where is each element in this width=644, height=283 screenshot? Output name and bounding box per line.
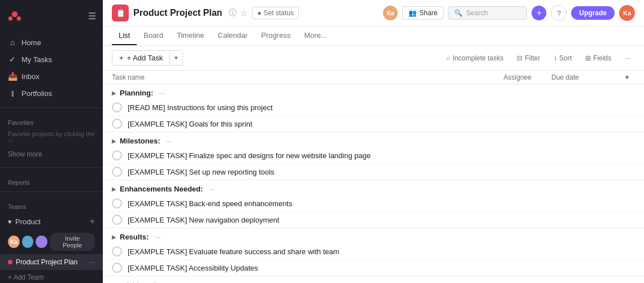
task-checkbox-icon[interactable] [112,150,122,160]
share-icon: 👥 [408,9,417,17]
task-row[interactable]: [EXAMPLE TASK] Goals for this sprint [103,116,644,132]
search-box[interactable]: 🔍 Search [448,6,527,20]
tab-calendar[interactable]: Calendar [211,27,255,45]
search-icon: 🔍 [454,9,463,17]
help-icon[interactable]: ? [551,5,567,21]
add-task-button-group: + + Add Task ▾ [112,50,183,66]
team-arrow-icon: ▾ [8,217,12,226]
sidebar-item-home[interactable]: ⌂ Home [0,34,103,51]
section-results-title: Results: [120,233,149,241]
filter-button[interactable]: ⊟ Filter [512,52,545,64]
sidebar: ☰ ⌂ Home ✓ My Tasks 📥 Inbox ⫿ Portfolios… [0,0,103,283]
set-status-dot-icon: ● [257,9,261,17]
sidebar-item-home-label: Home [21,38,41,47]
share-button[interactable]: 👥 Share [402,6,443,20]
add-section-row[interactable]: + + Add section [103,276,644,283]
section-planning-more-icon[interactable]: ··· [159,89,165,97]
teams-section-label: Teams [0,195,103,212]
tab-progress[interactable]: Progress [254,27,297,45]
task-row[interactable]: [EXAMPLE TASK] Evaluate feature success … [103,243,644,260]
sidebar-project-item-product-plan[interactable]: Product Project Plan ··· [0,254,103,270]
task-name-cell: [EXAMPLE TASK] Set up new reporting tool… [128,168,499,176]
section-planning-header[interactable]: ▶ Planning: ··· [103,84,644,99]
user-avatar-top-right[interactable]: Ka [619,5,635,21]
tab-board[interactable]: Board [137,27,170,45]
more-options-button[interactable]: ··· [620,52,635,64]
section-planning-title: Planning: [120,89,153,97]
sort-button[interactable]: ↕ Sort [549,52,576,64]
add-team-link[interactable]: + Add Team [0,270,103,283]
task-row[interactable]: [EXAMPLE TASK] New navigation deployment [103,212,644,228]
task-name-cell: [EXAMPLE TASK] Finalize spec and designs… [128,151,499,160]
col-header-due-date: Due date [551,73,619,81]
incomplete-tasks-button[interactable]: ○ Incomplete tasks [442,52,508,64]
team-add-icon[interactable]: + [90,216,95,227]
tab-bar: List Board Timeline Calendar Progress Mo… [103,27,644,46]
section-enhancements-header[interactable]: ▶ Enhancements Needed: ··· [103,180,644,195]
task-checkbox-icon[interactable] [112,102,122,112]
section-enhancements-more-icon[interactable]: ··· [208,185,215,193]
fields-button[interactable]: ⊞ Fields [581,52,616,64]
header: 📋 Product Project Plan ⓘ ☆ ● Set status … [103,0,644,27]
section-results-header[interactable]: ▶ Results: ··· [103,228,644,243]
task-table: Task name Assignee Due date + ▶ Planning… [103,71,644,283]
task-checkbox-icon[interactable] [112,263,122,273]
show-more-link[interactable]: Show more [0,149,103,164]
invite-people-button[interactable]: Invite People [50,233,95,251]
sidebar-item-my-tasks[interactable]: ✓ My Tasks [0,51,103,68]
task-name-link[interactable]: this [221,120,232,128]
add-task-caret-button[interactable]: ▾ [169,51,182,64]
add-task-main-button[interactable]: + + Add Task [112,51,169,65]
sidebar-collapse-icon[interactable]: ☰ [88,11,96,21]
star-icon[interactable]: ☆ [240,8,247,18]
svg-point-2 [17,16,21,20]
task-name-cell: [EXAMPLE TASK] Back-end speed enhancemen… [128,199,499,208]
task-checkbox-icon[interactable] [112,167,122,177]
sidebar-item-inbox[interactable]: 📥 Inbox [0,68,103,85]
task-name-link[interactable]: enhancements [244,199,292,208]
section-milestones-header[interactable]: ▶ Milestones: ··· [103,132,644,147]
my-tasks-icon: ✓ [8,55,17,64]
asana-logo-icon [7,8,23,24]
upgrade-button[interactable]: Upgrade [571,6,615,20]
task-table-header-row: Task name Assignee Due date + [103,71,644,84]
set-status-button[interactable]: ● Set status [252,7,299,19]
project-title: Product Project Plan [133,8,222,18]
tab-list[interactable]: List [112,27,137,45]
tab-timeline[interactable]: Timeline [170,27,211,45]
col-header-add[interactable]: + [619,73,635,81]
task-row[interactable]: [EXAMPLE TASK] Set up new reporting tool… [103,164,644,180]
section-milestones-more-icon[interactable]: ··· [166,137,172,145]
add-circle-icon[interactable]: + [532,6,546,20]
task-checkbox-icon[interactable] [112,198,122,208]
task-checkbox-icon[interactable] [112,215,122,225]
task-name-link[interactable]: up [202,168,210,176]
section-enhancements: ▶ Enhancements Needed: ··· [EXAMPLE TASK… [103,180,644,228]
sidebar-project-label: Product Project Plan [16,258,77,266]
task-row[interactable]: [EXAMPLE TASK] Accessibility Updates [103,260,644,276]
sidebar-item-my-tasks-label: My Tasks [21,55,52,64]
task-name-cell: [EXAMPLE TASK] Accessibility Updates [128,264,499,272]
col-header-task-name: Task name [112,73,484,81]
sidebar-item-portfolios[interactable]: ⫿ Portfolios [0,85,103,102]
svg-point-1 [8,16,12,20]
info-icon[interactable]: ⓘ [229,8,237,18]
section-enhancements-arrow-icon: ▶ [112,186,116,192]
tab-more[interactable]: More... [297,27,333,45]
task-checkbox-icon[interactable] [112,119,122,129]
section-results-more-icon[interactable]: ··· [154,233,160,241]
task-row[interactable]: [EXAMPLE TASK] Back-end speed enhancemen… [103,195,644,212]
portfolios-icon: ⫿ [8,89,17,98]
project-more-icon[interactable]: ··· [88,258,95,267]
task-row[interactable]: [READ ME] Instructions for using this pr… [103,99,644,116]
task-name-link[interactable]: this [237,103,249,112]
section-planning: ▶ Planning: ··· [READ ME] Instructions f… [103,84,644,132]
project-icon: 📋 [112,5,129,21]
team-product-header[interactable]: ▾ Product + [0,212,103,230]
task-row[interactable]: [EXAMPLE TASK] Finalize spec and designs… [103,147,644,164]
task-checkbox-icon[interactable] [112,246,122,256]
team-name-label: Product [15,217,41,226]
section-enhancements-title: Enhancements Needed: [120,185,203,193]
section-milestones-title: Milestones: [120,137,160,145]
fields-icon: ⊞ [585,54,591,62]
